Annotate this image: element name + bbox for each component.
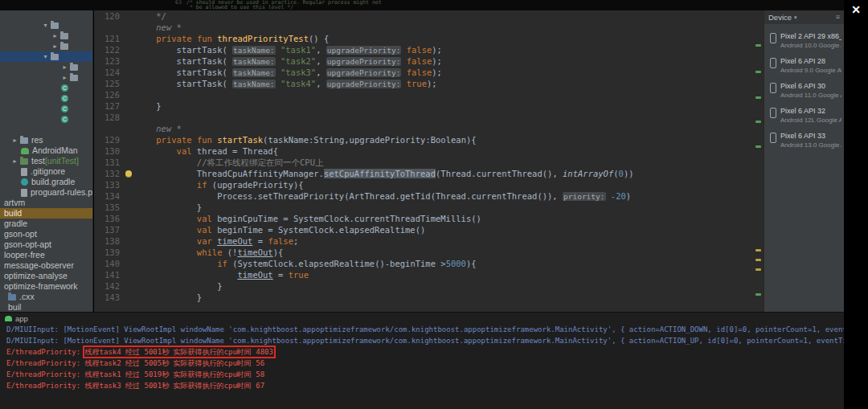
code-line[interactable]: 143 } [94,292,764,303]
code-editor[interactable]: 120 */ new *121 private fun threadPriori… [94,10,764,312]
line-number[interactable]: 129 [94,134,123,145]
line-number[interactable]: 124 [94,67,123,78]
line-number[interactable]: 125 [94,78,123,89]
stripe-mark[interactable] [755,44,761,47]
line-number[interactable]: 138 [94,235,123,247]
console-tab-app[interactable]: app [0,313,844,324]
line-number[interactable] [94,22,123,33]
tree-item-gson-opt[interactable]: gson-opt [0,229,92,239]
line-number[interactable]: 127 [94,100,123,112]
device-item[interactable]: Pixel 6 API 32Android 12L Google A [764,104,844,129]
code-line[interactable]: 128 [94,112,764,123]
stripe-mark[interactable] [755,145,761,148]
device-item[interactable]: Pixel 6 API 33Android 13.0 Google A [764,129,844,153]
line-number[interactable]: 126 [94,89,123,100]
tree-item-stub[interactable]: ▸ [0,62,92,72]
stripe-mark[interactable] [755,259,761,261]
stripe-mark[interactable] [755,293,761,296]
tree-item-optimize-analyse[interactable]: optimize-analyse [0,271,92,281]
tree-item-message-observer[interactable]: message-observer [0,260,92,271]
code-line[interactable]: 127 } [94,100,764,112]
line-number[interactable]: 134 [94,190,123,202]
line-number[interactable]: 122 [94,44,123,55]
tree-item-looper-free[interactable]: looper-free [0,250,92,260]
line-number[interactable]: 135 [94,202,123,213]
code-line[interactable]: 126 [94,89,764,100]
device-menu-icon[interactable]: ≡ [836,10,840,24]
tree-item-build-gradle[interactable]: build.gradle [0,177,92,187]
stripe-mark[interactable] [755,268,761,271]
code-line[interactable]: 136 val beginCpuTime = SystemClock.curre… [94,213,764,224]
code-line[interactable]: new * [94,123,764,134]
line-number[interactable]: 140 [94,258,123,269]
tree-item-stub[interactable]: C [0,104,92,114]
tree-item-stub[interactable]: ▾ [0,51,92,62]
code-line[interactable]: 132 ThreadCpuAffinityManager.setCpuAffin… [94,168,764,179]
line-number[interactable]: 120 [94,10,123,22]
line-number[interactable]: 131 [94,157,123,168]
tree-item--gitignore[interactable]: .gitignore [0,166,92,177]
code-line[interactable]: 142 } [94,280,764,292]
code-line[interactable]: new * [94,22,764,33]
code-line[interactable]: 138 var timeOut = false; [94,235,764,247]
tree-item-stub[interactable]: ▸ [0,72,92,83]
line-number[interactable]: 142 [94,280,123,292]
code-line[interactable]: 140 if (SystemClock.elapsedRealtime()-be… [94,258,764,269]
device-item[interactable]: Pixel 6 API 28Android 9.0 Google AP [764,54,844,79]
code-line[interactable]: 122 startTask( taskName: "task1", upgrad… [94,44,764,55]
tree-item-artvm[interactable]: artvm [0,198,92,208]
chevron-collapsed-icon[interactable]: ▸ [11,135,18,145]
tree-item-stub[interactable]: ▾ [0,20,92,31]
stripe-mark[interactable] [755,249,761,252]
tree-item-proguard-rules-pro[interactable]: proguard-rules.pro [0,187,92,198]
chevron-collapsed-icon[interactable]: ▸ [61,62,68,72]
chevron-expanded-icon[interactable]: ▾ [42,51,49,62]
line-number[interactable]: 137 [94,224,123,235]
tree-item-build[interactable]: build [0,208,92,219]
code-line[interactable]: 129 private fun startTask(taskName:Strin… [94,134,764,145]
line-number[interactable]: 123 [94,55,123,67]
tree-item-test[interactable]: ▸test [unitTest] [0,156,92,166]
tree-item-stub[interactable] [0,125,92,135]
line-number[interactable]: 141 [94,269,123,280]
line-number[interactable] [94,123,123,134]
line-number[interactable]: 130 [94,145,123,157]
tree-item-androidman[interactable]: AndroidMan [0,145,92,156]
code-line[interactable]: 124 startTask( taskName: "task3", upgrad… [94,67,764,78]
line-number[interactable]: 139 [94,247,123,258]
code-line[interactable]: 137 val beginTime = SystemClock.elapsedR… [94,224,764,235]
stripe-mark[interactable] [755,96,761,99]
close-icon[interactable]: ✕ [847,2,865,18]
code-line[interactable]: 123 startTask( taskName: "task2", upgrad… [94,55,764,67]
tree-item-res[interactable]: ▸res [0,135,92,145]
line-number[interactable]: 121 [94,33,123,44]
line-number[interactable]: 136 [94,213,123,224]
tree-item--cxx[interactable]: .cxx [0,292,92,302]
device-item[interactable]: Pixel 2 API 29 x86_64Android 10.0 Google… [764,29,844,54]
chevron-down-icon[interactable]: ▾ [794,10,797,24]
code-line[interactable]: 121 private fun threadPriorityTest() { [94,33,764,44]
code-line[interactable]: 125 startTask( taskName: "task4", upgrad… [94,78,764,89]
chevron-collapsed-icon[interactable]: ▸ [11,156,18,166]
line-number[interactable]: 143 [94,292,123,303]
chevron-collapsed-icon[interactable]: ▸ [51,41,59,51]
tree-item-stub[interactable]: C [0,114,92,125]
device-item[interactable]: Pixel 6 API 30Android 11.0 Google A [764,79,844,104]
chevron-collapsed-icon[interactable]: ▸ [51,31,59,41]
code-line[interactable]: 141 timeOut = true [94,269,764,280]
tree-item-stub[interactable]: ▸ [0,41,92,51]
code-line[interactable]: 130 val thread = Thread{ [94,145,764,157]
line-number[interactable]: 133 [94,179,123,190]
tree-item-stub[interactable]: ▸ [0,31,92,41]
chevron-expanded-icon[interactable]: ▾ [42,20,49,31]
chevron-collapsed-icon[interactable]: ▸ [61,72,68,83]
tree-item-stub[interactable]: C [0,93,92,104]
tree-item-stub[interactable]: C [0,83,92,93]
code-line[interactable]: 139 while (!timeOut){ [94,247,764,258]
stripe-mark[interactable] [755,121,761,123]
tree-item-gradle[interactable]: gradle [0,219,92,229]
line-number[interactable]: 128 [94,112,123,123]
line-number[interactable]: 132 [94,168,123,179]
intention-bulb-icon[interactable] [125,170,132,177]
code-line[interactable]: 135 } [94,202,764,213]
